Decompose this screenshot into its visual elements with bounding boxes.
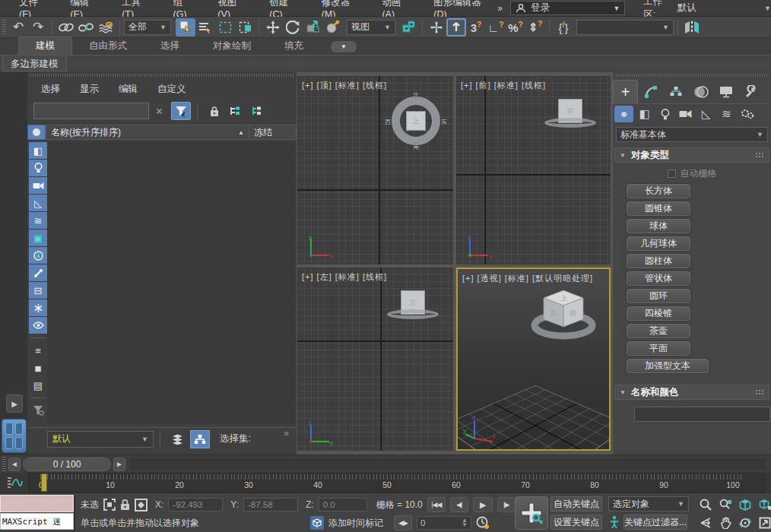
object-type-button[interactable]: 圆锥体 bbox=[627, 201, 690, 216]
tab-display[interactable] bbox=[713, 80, 738, 104]
hierarchy-mode-button[interactable] bbox=[190, 430, 210, 448]
viewport-left[interactable]: [+] [左] [标准] [线框] 左 y z bbox=[297, 268, 453, 451]
list-view-icon[interactable]: ≡ bbox=[29, 342, 47, 359]
category-systems-button[interactable] bbox=[738, 106, 757, 122]
viewport-top-label[interactable]: [+] [顶] [标准] [线框] bbox=[302, 80, 387, 91]
zoom-all-button[interactable] bbox=[716, 496, 735, 513]
ribbon-tab[interactable]: 选择 bbox=[144, 37, 196, 55]
viewcube-top-face[interactable]: 上 bbox=[406, 111, 426, 131]
tab-modify[interactable] bbox=[638, 80, 663, 104]
viewport-front[interactable]: [+] [前] [标准] [线框] 前 x z bbox=[456, 76, 611, 264]
category-cameras-button[interactable] bbox=[676, 106, 695, 122]
ribbon-tab[interactable]: 自由形式 bbox=[72, 37, 144, 55]
named-selection-sets-dropdown[interactable]: ▼ bbox=[576, 20, 674, 35]
edit-named-selection-sets-button[interactable]: {/} bbox=[554, 18, 573, 36]
tab-hierarchy[interactable] bbox=[663, 80, 688, 104]
explorer-menu-item[interactable]: 自定义 bbox=[157, 83, 186, 96]
viewport-perspective[interactable]: [+] [透视] [标准] [默认明暗处理] 上 前 左 x y z bbox=[456, 268, 611, 451]
display-bones-icon[interactable] bbox=[29, 264, 47, 281]
current-frame-marker[interactable] bbox=[41, 473, 47, 492]
window-crossing-toggle-button[interactable] bbox=[235, 18, 255, 36]
name-color-rollout-header[interactable]: ▼ 名称和颜色 bbox=[614, 385, 769, 400]
object-type-button[interactable]: 加强型文本 bbox=[627, 359, 709, 373]
advanced-filter-icon[interactable] bbox=[29, 402, 47, 419]
flat-view-icon[interactable]: ■ bbox=[29, 359, 47, 376]
object-type-button[interactable]: 几何球体 bbox=[627, 236, 690, 251]
viewport-left-label[interactable]: [+] [左] [标准] [线框] bbox=[302, 271, 387, 283]
current-frame-field[interactable]: 0 ▲▼ bbox=[417, 516, 471, 530]
viewport-front-label[interactable]: [+] [前] [标准] [线框] bbox=[461, 80, 546, 91]
category-shapes-button[interactable]: ◧ bbox=[635, 106, 654, 122]
maxscript-listener-line[interactable]: MAXScript 迷 bbox=[0, 513, 74, 530]
previous-frame-button[interactable]: ◄ bbox=[8, 458, 21, 471]
selection-lock-icon[interactable] bbox=[120, 499, 130, 511]
column-header-frozen[interactable]: 冻结 bbox=[249, 125, 297, 140]
rectangular-selection-region-button[interactable] bbox=[215, 18, 235, 36]
viewcube[interactable]: 上 北 东 南 西 bbox=[389, 94, 443, 147]
maxscript-mini-listener[interactable]: MAXScript 迷 bbox=[0, 495, 75, 531]
time-slider-grip[interactable] bbox=[2, 457, 6, 472]
set-keys-button[interactable] bbox=[515, 496, 548, 530]
display-visibility-icon[interactable] bbox=[29, 317, 47, 334]
ribbon-config-dropdown[interactable]: ▼ bbox=[331, 41, 357, 52]
primitive-category-dropdown[interactable]: 标准基本体 ▼ bbox=[616, 127, 768, 142]
reference-coordinate-dropdown[interactable]: 视图 ▼ bbox=[347, 20, 395, 35]
snap-3d-toggle-button[interactable]: 3? bbox=[466, 18, 486, 36]
explorer-drag-handle[interactable] bbox=[30, 74, 293, 77]
y-coordinate-field[interactable]: -87.58 bbox=[243, 498, 298, 511]
angle-snap-toggle-button[interactable]: ∟? bbox=[486, 18, 506, 36]
viewcube-compass-ring[interactable] bbox=[544, 118, 596, 128]
viewcube[interactable]: 左 bbox=[386, 290, 439, 319]
undo-button[interactable]: ↶ bbox=[8, 18, 28, 36]
explorer-object-list[interactable] bbox=[47, 142, 295, 424]
bind-to-spacewarp-icon[interactable] bbox=[96, 18, 116, 36]
expand-hierarchy-icon[interactable] bbox=[227, 103, 244, 119]
mirror-button[interactable] bbox=[682, 18, 702, 36]
select-and-link-icon[interactable] bbox=[56, 18, 76, 36]
ribbon-tab[interactable]: 建模 bbox=[18, 36, 72, 55]
viewport-layout-button[interactable] bbox=[2, 419, 27, 453]
rollout-grip-icon[interactable] bbox=[755, 152, 764, 158]
selection-mode-dropdown[interactable]: 选定对象 ▼ bbox=[608, 496, 689, 511]
zoom-extents-all-button[interactable] bbox=[756, 496, 771, 513]
workspace-dropdown[interactable]: 默认 ▼ bbox=[677, 2, 771, 14]
viewport-perspective-label[interactable]: [+] [透视] [标准] [默认明暗处理] bbox=[462, 273, 593, 284]
object-type-button[interactable]: 长方体 bbox=[627, 184, 690, 198]
select-and-scale-button[interactable] bbox=[303, 18, 322, 36]
percent-snap-toggle-button[interactable]: %? bbox=[506, 18, 525, 36]
zoom-button[interactable] bbox=[696, 496, 715, 513]
ribbon-tab[interactable]: 对象绘制 bbox=[196, 37, 268, 55]
display-geometry-icon[interactable] bbox=[27, 125, 46, 140]
ribbon-tab[interactable]: 填充 bbox=[268, 37, 320, 55]
explorer-menu-item[interactable]: 编辑 bbox=[119, 83, 138, 96]
lock-explorer-icon[interactable] bbox=[206, 103, 223, 119]
tab-utilities[interactable] bbox=[738, 80, 763, 104]
maximize-viewport-toggle-button[interactable] bbox=[756, 515, 771, 531]
select-by-name-button[interactable] bbox=[195, 18, 215, 36]
category-spacewarps-button[interactable]: ≋ bbox=[717, 106, 736, 122]
viewport-top[interactable]: [+] [顶] [标准] [线框] 上 北 东 南 西 x y bbox=[297, 76, 453, 264]
explorer-overflow-chevron[interactable]: » bbox=[284, 428, 289, 439]
auto-key-button[interactable]: 自动关键点 bbox=[550, 496, 602, 511]
frame-spinner[interactable]: ▲▼ bbox=[462, 518, 468, 528]
category-helpers-button[interactable]: ◺ bbox=[696, 106, 715, 122]
object-type-button[interactable]: 球体 bbox=[627, 219, 690, 233]
tab-create[interactable]: + bbox=[613, 80, 638, 104]
isolate-selection-icon[interactable] bbox=[103, 499, 116, 511]
select-and-place-button[interactable] bbox=[322, 18, 342, 36]
menu-overflow-chevron[interactable]: » bbox=[497, 3, 503, 14]
object-type-rollout-header[interactable]: ▼ 对象类型 bbox=[614, 147, 769, 163]
redo-button[interactable]: ↷ bbox=[28, 18, 48, 36]
spinner-snap-toggle-button[interactable]: ⇕? bbox=[525, 18, 545, 36]
select-and-rotate-button[interactable] bbox=[283, 18, 303, 36]
display-lights-icon[interactable] bbox=[29, 160, 47, 176]
snap-toggle-button[interactable] bbox=[446, 18, 466, 36]
use-pivot-center-button[interactable] bbox=[398, 18, 418, 36]
object-type-button[interactable]: 平面 bbox=[627, 341, 690, 356]
collapse-hierarchy-icon[interactable] bbox=[249, 103, 265, 119]
toolbar-grip[interactable] bbox=[2, 20, 6, 35]
object-name-input[interactable] bbox=[634, 407, 770, 422]
object-type-button[interactable]: 管状体 bbox=[627, 271, 690, 286]
set-key-button[interactable]: 设置关键点 bbox=[550, 515, 602, 530]
select-and-manipulate-button[interactable] bbox=[427, 18, 446, 36]
